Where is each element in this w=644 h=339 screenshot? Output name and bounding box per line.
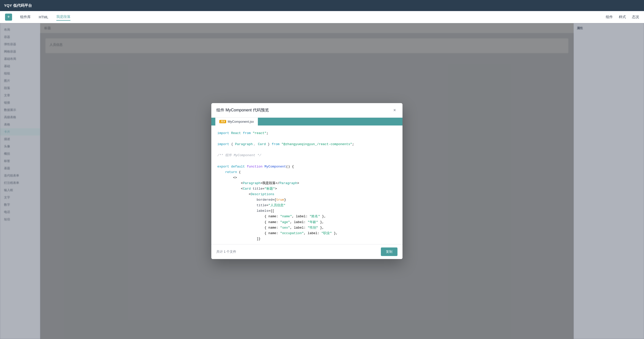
code-line-10: <Paragraph>我是段落</Paragraph> [217, 181, 396, 186]
sidebar-item-advanced-table[interactable]: 高级表格 [0, 114, 40, 121]
sidebar-item-grid[interactable]: 网格容器 [0, 48, 40, 55]
sidebar-item-paragraph[interactable]: 段落 [0, 84, 40, 92]
nav-right-style[interactable]: 样式 [619, 15, 626, 19]
nav-right: 组件 样式 态况 [606, 15, 639, 19]
sidebar-item-datashow[interactable]: 数据展示 [0, 106, 40, 114]
sidebar-item-base[interactable]: 基础 [0, 63, 40, 70]
code-line-13: bordered={true} [217, 197, 396, 203]
code-line-1: import React from "react"; [217, 131, 396, 136]
sidebar-item-article[interactable]: 文章 [0, 92, 40, 99]
sidebar-item-lamp-form[interactable]: 灯注程表单 [0, 179, 40, 187]
sidebar-item-description[interactable]: 描述 [0, 136, 40, 143]
modal-tab-bar: JSX MyComponent.jsx [211, 118, 403, 125]
code-line-16: { name: "name", label: "姓名" }, [217, 214, 396, 219]
sidebar-item-statistic[interactable]: 概括 [0, 150, 40, 157]
sidebar-item-input[interactable]: 输入框 [0, 187, 40, 194]
code-line-11: <Card title="标题"> [217, 186, 396, 192]
modal-footer: 共计 1 个文件 复制 [211, 244, 403, 259]
code-line-18: { name: "sex", label: "性别" }, [217, 225, 396, 231]
modal-dialog: 组件 MyComponent 代码预览 × JSX MyComponent.js… [211, 103, 403, 259]
modal-tab-jsx[interactable]: JSX MyComponent.jsx [215, 118, 258, 125]
sidebar-item-card[interactable]: 卡片 [0, 128, 40, 136]
sidebar-item-image[interactable]: 图片 [0, 77, 40, 84]
code-line-4 [217, 147, 396, 153]
code-line-3: import { Paragraph， Card } from "@zhangy… [217, 142, 396, 147]
code-line-17: { name: "age", label: "年龄" }, [217, 220, 396, 225]
modal-tab-filename: MyComponent.jsx [228, 120, 254, 123]
code-line-14: title="人员信息" [217, 203, 396, 208]
main-layout: 布局 容器 弹性容器 网格容器 基础布局 基础 组组 图片 段落 文章 链接 数… [0, 23, 644, 339]
nav-item-components[interactable]: 组件库 [20, 14, 31, 20]
sidebar-item-flex[interactable]: 弹性容器 [0, 41, 40, 48]
code-line-6 [217, 158, 396, 164]
jsx-badge: JSX [219, 120, 226, 123]
modal-title: 组件 MyComponent 代码预览 [216, 108, 269, 113]
right-sidebar: 属性 [574, 23, 644, 339]
code-line-15: labels={[ [217, 208, 396, 214]
center-area: 标题 人员信息 组件 MyComponent 代码预览 × JSX MyComp… [40, 23, 574, 339]
top-bar: YQY 低代码平台 [0, 0, 644, 11]
sidebar-item-phone[interactable]: 电话 [0, 208, 40, 216]
modal-header: 组件 MyComponent 代码预览 × [211, 103, 403, 118]
nav-add-button[interactable]: + [5, 14, 12, 21]
code-line-5: /** 组件 MyComponent */ [217, 153, 396, 158]
sidebar-item-container[interactable]: 容器 [0, 33, 40, 41]
code-line-2 [217, 136, 396, 142]
nav-bar: + 组件库 HTML 我是段落 组件 样式 态况 [0, 11, 644, 23]
code-line-20: ]} [217, 236, 396, 242]
nav-right-state[interactable]: 态况 [632, 15, 639, 19]
code-line-8: return ( [217, 170, 396, 175]
modal-close-button[interactable]: × [392, 107, 397, 113]
sidebar-item-sms[interactable]: 短信 [0, 216, 40, 223]
sidebar-item-iter-form[interactable]: 迭代组表单 [0, 172, 40, 179]
right-section-title: 属性 [577, 26, 641, 30]
modal-footer-text: 共计 1 个文件 [216, 249, 236, 254]
sidebar-item-tag[interactable]: 标签 [0, 157, 40, 165]
code-line-12: <Descriptions [217, 192, 396, 197]
sidebar-item-group[interactable]: 组组 [0, 70, 40, 77]
sidebar-item-heading[interactable]: 基题 [0, 165, 40, 172]
nav-item-mysection[interactable]: 我是段落 [56, 14, 70, 21]
sidebar-item-number[interactable]: 数字 [0, 201, 40, 208]
code-line-19: { name: "occupation", label: "职业" }, [217, 231, 396, 236]
code-line-9: <> [217, 175, 396, 181]
sidebar-item-layout[interactable]: 布局 [0, 26, 40, 33]
sidebar-item-avatar[interactable]: 头像 [0, 143, 40, 150]
copy-button[interactable]: 复制 [381, 247, 397, 256]
code-line-7: export default function MyComponent() { [217, 164, 396, 170]
modal-overlay: 组件 MyComponent 代码预览 × JSX MyComponent.js… [40, 23, 574, 339]
modal-code-body[interactable]: import React from "react"; import { Para… [211, 125, 403, 244]
nav-item-html[interactable]: HTML [39, 14, 48, 20]
app-logo: YQY 低代码平台 [4, 3, 32, 8]
left-sidebar: 布局 容器 弹性容器 网格容器 基础布局 基础 组组 图片 段落 文章 链接 数… [0, 23, 40, 339]
sidebar-item-link[interactable]: 链接 [0, 99, 40, 106]
sidebar-item-table[interactable]: 表格 [0, 121, 40, 128]
sidebar-item-base-layout[interactable]: 基础布局 [0, 55, 40, 63]
nav-right-component[interactable]: 组件 [606, 15, 613, 19]
sidebar-item-text[interactable]: 文字 [0, 194, 40, 201]
